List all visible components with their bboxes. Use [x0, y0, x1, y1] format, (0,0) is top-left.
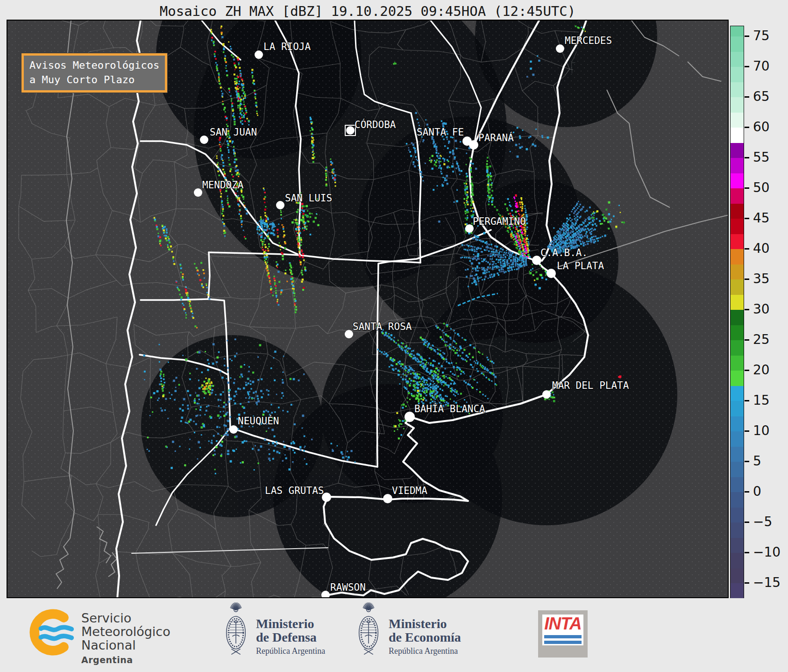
- colorbar-band: [731, 356, 744, 371]
- coat-of-arms-defensa: [222, 601, 249, 662]
- map-dot-texture: [7, 21, 729, 598]
- city-label: MENDOZA: [202, 179, 244, 191]
- colorbar-band: [731, 265, 744, 280]
- colorbar-band: [731, 447, 744, 462]
- city-label: MAR DEL PLATA: [552, 380, 629, 391]
- colorbar-band: [731, 279, 744, 295]
- city-label: RAWSON: [330, 582, 366, 593]
- colorbar-tickmark: [745, 218, 749, 219]
- colorbar-band: [731, 204, 744, 219]
- colorbar-tickmark: [745, 127, 749, 128]
- smn-country: Argentina: [81, 653, 170, 667]
- colorbar-band: [731, 173, 744, 189]
- economia-line1: Ministerio: [389, 617, 461, 630]
- colorbar-tick-label: 35: [753, 271, 770, 286]
- colorbar-band: [731, 67, 744, 82]
- colorbar-tick-label: 40: [753, 241, 770, 256]
- colorbar-tickmark: [745, 36, 749, 37]
- city-label: SANTA ROSA: [353, 321, 412, 332]
- colorbar-tick-label: −5: [753, 514, 772, 529]
- city-label: PARANÁ: [478, 132, 514, 143]
- economia-sub: República Argentina: [389, 646, 461, 656]
- colorbar-tickmark: [745, 491, 749, 493]
- inta-bar-1: [544, 635, 582, 638]
- colorbar-tick-label: 0: [753, 484, 761, 499]
- colorbar-band: [731, 416, 744, 432]
- colorbar-band: [731, 158, 744, 173]
- defensa-line1: Ministerio: [256, 617, 325, 630]
- colorbar-tickmark: [745, 370, 749, 371]
- colorbar-tick-label: 25: [753, 332, 770, 347]
- alert-banner[interactable]: Avisos Meteorológicos a Muy Corto Plazo: [21, 53, 167, 93]
- smn-line3: Nacional: [81, 638, 170, 652]
- colorbar-tick-label: −15: [753, 575, 781, 590]
- colorbar-band: [731, 249, 744, 265]
- colorbar-band: [731, 188, 744, 204]
- colorbar-dbz: [730, 26, 744, 598]
- colorbar-tick-label: 55: [753, 150, 770, 165]
- city-label: SAN LUIS: [285, 193, 332, 204]
- ministerio-economia-wordmark: Ministerio de Economía República Argenti…: [389, 617, 461, 656]
- city-label: NEUQUÉN: [238, 415, 279, 427]
- colorbar-tickmark: [745, 582, 749, 584]
- colorbar-tickmark: [745, 552, 749, 553]
- radar-map: MERCEDESLA RIOJASAN JUANCÓRDOBASANTA FEP…: [7, 20, 729, 598]
- colorbar-band: [731, 26, 744, 37]
- colorbar-band: [731, 522, 744, 538]
- colorbar-tickmark: [745, 430, 749, 432]
- colorbar-band: [731, 462, 744, 477]
- colorbar-tickmark: [745, 279, 749, 280]
- colorbar-band: [731, 128, 744, 143]
- colorbar-tick-label: 20: [753, 362, 770, 378]
- city-label: CÓRDOBA: [355, 119, 396, 130]
- colorbar-tick-label: 70: [753, 58, 770, 74]
- city-label: C.A.B.A.: [540, 247, 588, 258]
- colorbar-tickmark: [745, 96, 749, 98]
- colorbar-tick-label: 75: [753, 28, 770, 43]
- inta-logo: INTA: [538, 610, 588, 658]
- colorbar-tickmark: [745, 187, 749, 189]
- colorbar-tick-label: 60: [753, 119, 770, 135]
- city-label: LA PLATA: [557, 260, 604, 272]
- colorbar-band: [731, 477, 744, 493]
- city-label: SANTA FE: [417, 127, 464, 138]
- colorbar-band: [731, 325, 744, 341]
- colorbar-band: [731, 295, 744, 310]
- colorbar-band: [731, 143, 744, 158]
- colorbar-tickmark: [745, 339, 749, 341]
- colorbar-tick-label: 45: [753, 210, 770, 226]
- ministerio-defensa-wordmark: Ministerio de Defensa República Argentin…: [256, 617, 325, 656]
- inta-bar-2: [544, 641, 582, 644]
- colorbar-tickmark: [745, 248, 749, 250]
- colorbar-band: [731, 553, 744, 568]
- radar-map-canvas: MERCEDESLA RIOJASAN JUANCÓRDOBASANTA FEP…: [7, 21, 729, 598]
- colorbar-band: [731, 113, 744, 128]
- colorbar-band: [731, 386, 744, 401]
- colorbar-band: [731, 36, 744, 52]
- colorbar-tickmark: [745, 309, 749, 310]
- colorbar-band: [731, 219, 744, 234]
- city-label: LAS GRUTAS: [265, 485, 324, 496]
- colorbar-tickmark: [745, 400, 749, 401]
- colorbar-tick-label: 65: [753, 89, 770, 104]
- city-label: MERCEDES: [565, 35, 612, 46]
- colorbar-band: [731, 538, 744, 553]
- city-label: LA RIOJA: [263, 41, 311, 52]
- inta-wordmark: INTA: [542, 615, 583, 633]
- alert-line2: a Muy Corto Plazo: [29, 72, 165, 87]
- city-label: SAN JUAN: [210, 127, 257, 138]
- inta-inner: INTA: [542, 615, 583, 645]
- colorbar-band: [731, 97, 744, 113]
- colorbar-tickmark: [745, 66, 749, 67]
- smn-line2: Meteorológico: [81, 625, 170, 638]
- radar-mosaic-page: Mosaico ZH MAX [dBZ] 19.10.2025 09:45HOA…: [0, 0, 788, 672]
- colorbar-band: [731, 82, 744, 98]
- colorbar-tick-label: 15: [753, 393, 770, 408]
- colorbar-tick-label: 5: [753, 453, 761, 469]
- city-label: VIEDMA: [392, 485, 427, 496]
- colorbar-band: [731, 431, 744, 447]
- footer-logos: Servicio Meteorológico Nacional Argentin…: [0, 598, 788, 672]
- economia-line2: de Economía: [389, 630, 461, 644]
- colorbar-tick-label: 30: [753, 301, 770, 317]
- colorbar-tickmark: [745, 157, 749, 158]
